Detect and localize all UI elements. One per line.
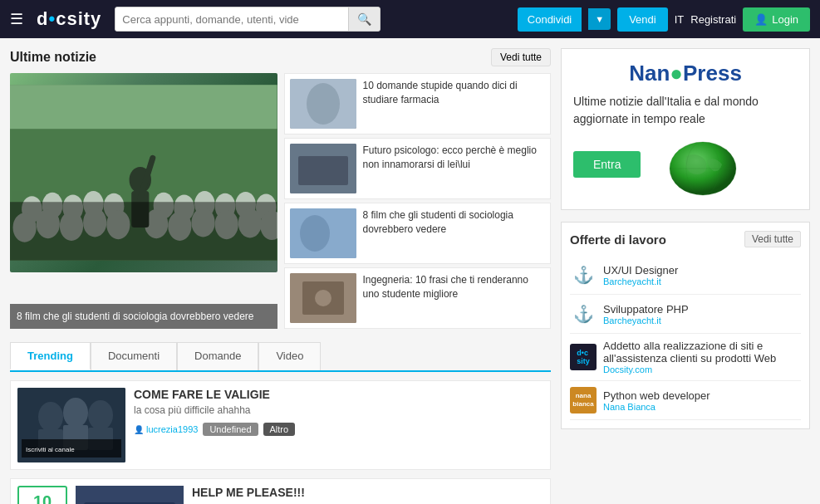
job-company-1: Barcheyacht.it [603, 316, 801, 325]
logo[interactable]: d•csity [32, 8, 106, 30]
trending-desc-0: la cosa più difficile ahahha [134, 404, 543, 416]
news-side-list: 10 domande stupide quando dici di studia… [284, 73, 552, 329]
vendi-button[interactable]: Vendi [617, 7, 668, 32]
news-item-image-0 [290, 79, 356, 129]
news-main-svg [10, 73, 277, 272]
job-text-1: Sviluppatore PHP Barcheyacht.it [603, 303, 801, 325]
registrati-button[interactable]: Registrati [690, 13, 736, 26]
search-button[interactable]: 🔍 [348, 7, 380, 31]
svg-point-41 [88, 400, 113, 430]
svg-rect-47 [76, 486, 184, 504]
globe-svg [649, 139, 740, 198]
search-input[interactable] [115, 8, 348, 31]
job-company-0: Barcheyacht.it [603, 276, 801, 286]
trending-content-0: COME FARE LE VALIGIE la cosa più diffici… [134, 388, 543, 462]
svg-point-37 [315, 290, 331, 306]
news-main-item[interactable]: 8 film che gli studenti di sociologia do… [10, 73, 277, 329]
job-item-0[interactable]: ⚓ UX/UI Designer Barcheyacht.it [570, 256, 801, 295]
svg-point-34 [300, 215, 330, 252]
job-text-2: Addetto alla realizzazione di siti e all… [603, 340, 801, 374]
trending-thumb-1 [76, 486, 184, 504]
valigie-svg: Iscriviti al canale [17, 388, 125, 462]
tab-domande[interactable]: Domande [177, 342, 258, 370]
news-item-text-0: 10 domande stupide quando dici di studia… [363, 79, 546, 129]
jobs-header: Offerte di lavoro Vedi tutte [570, 231, 801, 247]
news-vedi-tutte-button[interactable]: Vedi tutte [491, 48, 551, 66]
job-item-1[interactable]: ⚓ Sviluppatore PHP Barcheyacht.it [570, 295, 801, 334]
job-icon-1: ⚓ [570, 301, 597, 327]
job-item-2[interactable]: d•csity Addetto alla realizzazione di si… [570, 334, 801, 381]
svg-rect-32 [298, 156, 348, 185]
author-name-0: lucrezia1993 [146, 424, 198, 434]
header: ☰ d•csity 🔍 Condividi ▼ Vendi IT Registr… [0, 0, 820, 38]
tabs: Trending Documenti Domande Video [10, 342, 551, 372]
language-button[interactable]: IT [675, 13, 685, 26]
job-text-0: UX/UI Designer Barcheyacht.it [603, 264, 801, 286]
person-icon: 👤 [134, 425, 144, 434]
condividi-button[interactable]: Condividi [518, 7, 582, 32]
news-item-text-3: Ingegneria: 10 frasi che ti renderanno u… [363, 273, 546, 323]
svg-point-39 [38, 402, 63, 432]
news-side-item-3[interactable]: Ingegneria: 10 frasi che ti renderanno u… [284, 267, 552, 329]
trending-item-1: 10 Risposte HELP ME PLEASE!!! CIAO A TUT… [10, 478, 551, 504]
news-item-image-3 [290, 273, 356, 323]
psychology-svg [290, 144, 356, 193]
score-box: 10 Risposte [17, 486, 67, 504]
hamburger-icon[interactable]: ☰ [10, 10, 23, 28]
badge-undefined-0[interactable]: Undefined [203, 423, 258, 436]
entra-button[interactable]: Entra [573, 151, 641, 178]
main-container: Ultime notizie Vedi tutte [0, 38, 820, 504]
news-title: Ultime notizie [10, 50, 96, 65]
svg-text:Iscriviti al canale: Iscriviti al canale [26, 446, 75, 453]
pharmacy-svg [290, 79, 356, 129]
jobs-title: Offerte di lavoro [570, 232, 666, 247]
news-item-text-2: 8 film che gli studenti di sociologia do… [363, 208, 546, 258]
nanopress-ad: Nan●Press Ultime notizie dall'Italia e d… [561, 48, 810, 210]
condividi-arrow-button[interactable]: ▼ [588, 8, 611, 30]
author-badge-0[interactable]: 👤 lucrezia1993 [134, 424, 198, 434]
job-icon-0: ⚓ [570, 262, 597, 288]
tab-documenti[interactable]: Documenti [91, 342, 177, 370]
login-icon: 👤 [754, 13, 768, 26]
trending-title-1: HELP ME PLEASE!!! [192, 486, 543, 499]
score-number: 10 [33, 492, 52, 504]
job-title-2: Addetto alla realizzazione di siti e all… [603, 340, 801, 365]
header-right: Condividi ▼ Vendi IT Registrati 👤 Login [518, 7, 810, 32]
job-icon-2: d•csity [570, 344, 597, 370]
news-item-image-2 [290, 208, 356, 258]
svg-rect-28 [10, 202, 277, 260]
jobs-vedi-tutte-button[interactable]: Vedi tutte [744, 231, 801, 247]
nanopress-globe-icon: ● [670, 61, 683, 86]
svg-point-30 [307, 83, 340, 125]
news-item-text-1: Futuro psicologo: ecco perchè è meglio n… [363, 144, 546, 193]
news-item-image-1 [290, 144, 356, 193]
search-bar: 🔍 [115, 7, 381, 32]
news-main-caption: 8 film che gli studenti di sociologia do… [10, 304, 277, 329]
tab-trending[interactable]: Trending [10, 342, 91, 370]
login-button[interactable]: 👤 Login [743, 7, 810, 32]
job-item-3[interactable]: nanabianca Python web developer Nana Bia… [570, 381, 801, 420]
sociology-svg [290, 208, 356, 258]
job-title-3: Python web developer [603, 389, 801, 402]
job-title-0: UX/UI Designer [603, 264, 801, 276]
job-icon-3: nanabianca [570, 387, 597, 413]
svg-point-40 [63, 398, 88, 428]
news-side-item-2[interactable]: 8 film che gli studenti di sociologia do… [284, 203, 552, 264]
job-company-2: Docsity.com [603, 365, 801, 374]
news-side-item-0[interactable]: 10 domande stupide quando dici di studia… [284, 73, 552, 135]
jobs-section: Offerte di lavoro Vedi tutte ⚓ UX/UI Des… [561, 222, 810, 429]
news-section-header: Ultime notizie Vedi tutte [10, 48, 551, 66]
news-grid: 8 film che gli studenti di sociologia do… [10, 73, 551, 329]
badge-altro-0[interactable]: Altro [263, 423, 296, 436]
login-label: Login [772, 13, 798, 26]
svg-rect-2 [10, 85, 277, 129]
nanopress-tagline: Ultime notizie dall'Italia e dal mondo a… [573, 93, 798, 128]
trending-meta-0: 👤 lucrezia1993 Undefined Altro [134, 423, 543, 436]
tab-video[interactable]: Video [258, 342, 321, 370]
engineering-svg [290, 273, 356, 323]
job-title-1: Sviluppatore PHP [603, 303, 801, 316]
nanopress-logo: Nan●Press [573, 61, 798, 86]
trending-thumb-0: Iscriviti al canale [17, 388, 125, 462]
news-side-item-1[interactable]: Futuro psicologo: ecco perchè è meglio n… [284, 138, 552, 199]
job-company-3: Nana Bianca [603, 402, 801, 412]
